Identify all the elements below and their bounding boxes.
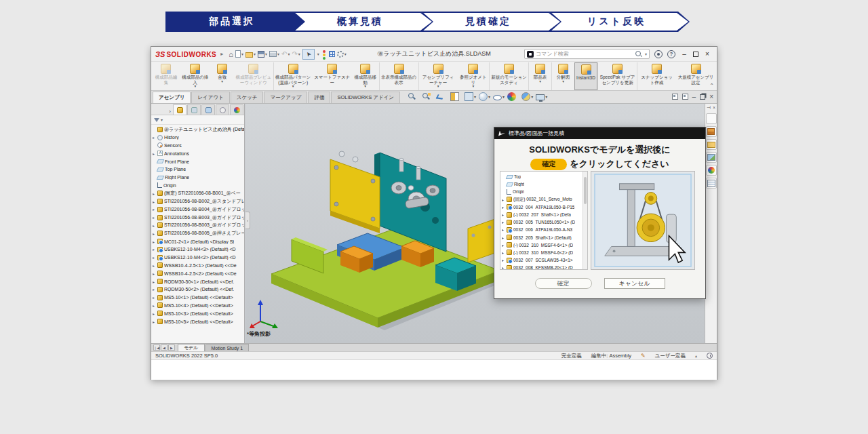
- tree-item[interactable]: ▸ Origin: [153, 182, 244, 190]
- dialog-tree-item[interactable]: ▸ 0032_008_KFSSM8-20<1> (D: [502, 264, 583, 269]
- command-button[interactable]: 構成部品移動 ▾: [352, 62, 379, 90]
- hud-icon-group[interactable]: ▾: [450, 92, 462, 101]
- expand-arrow-icon[interactable]: ▸: [153, 255, 157, 260]
- dropdown-caret-icon[interactable]: ▾: [292, 85, 294, 87]
- expand-arrow-icon[interactable]: ▸: [153, 151, 157, 156]
- close-document-icon[interactable]: ×: [709, 93, 713, 100]
- ribbon-tab[interactable]: スケッチ: [231, 92, 264, 103]
- tree-item[interactable]: ▸ Annotations: [153, 149, 244, 157]
- dialog-tree-scrollbar[interactable]: [583, 172, 587, 269]
- expand-arrow-icon[interactable]: ▸: [153, 135, 157, 140]
- next-tab-icon[interactable]: ▶: [168, 344, 175, 351]
- ribbon-tab[interactable]: マークアップ: [264, 92, 307, 103]
- new-document-button[interactable]: ▾: [235, 50, 243, 59]
- expand-arrow-icon[interactable]: ▸: [502, 212, 507, 217]
- tree-item[interactable]: ▸ STI2201056-08-B003_㊜ガイドブロッ: [153, 214, 244, 222]
- command-search-input[interactable]: コマンド検索 ▾: [524, 49, 650, 59]
- help-icon[interactable]: ?: [667, 50, 675, 58]
- expand-arrow-icon[interactable]: ▸: [153, 311, 157, 316]
- print-button[interactable]: ▾: [269, 50, 279, 59]
- selection-filter-button[interactable]: [321, 50, 327, 59]
- hud-icon-group[interactable]: ▾: [408, 92, 419, 101]
- options-button[interactable]: ▾: [337, 50, 347, 59]
- command-button[interactable]: SpeedPak サブアセンブリを更新 ▾: [597, 62, 637, 90]
- dialog-tree-item[interactable]: ▸ Top: [502, 173, 583, 180]
- expand-arrow-icon[interactable]: ▸: [153, 199, 157, 204]
- tree-collapse-handle[interactable]: ‹: [245, 212, 250, 229]
- command-button[interactable]: 非表示構成部品の表示 ▾: [379, 62, 418, 90]
- command-button[interactable]: 参照ジオメトリ ▾: [458, 62, 489, 90]
- tree-item[interactable]: ▸ WSSB10-4-2.5<1> (Default) <<De: [153, 262, 244, 270]
- tree-item[interactable]: ▸ MS5-10<5> (Default) <<Default>: [153, 317, 244, 326]
- ribbon-tab[interactable]: 評価: [308, 92, 330, 103]
- expand-arrow-icon[interactable]: ▸: [153, 247, 157, 252]
- dropdown-caret-icon[interactable]: ▾: [221, 80, 223, 83]
- expand-arrow-icon[interactable]: ▸: [502, 258, 507, 262]
- dropdown-caret-icon[interactable]: ▾: [161, 117, 163, 122]
- dropdown-caret-icon[interactable]: ▾: [474, 94, 476, 99]
- close-pane-icon[interactable]: ×: [713, 105, 715, 111]
- command-button[interactable]: スマートファスナー ▾: [313, 62, 352, 90]
- tree-item[interactable]: ▸ USBKS12-10-M4<3> (Default) <D: [153, 245, 244, 254]
- propertymanager-tab-icon[interactable]: [187, 104, 201, 115]
- dialog-tree-item[interactable]: ▸ (-) 0032_207_Shaft<1> (Defa: [502, 211, 583, 218]
- tree-item[interactable]: ▸ STI2201056-08-B002_㊜スタンドプレ: [153, 197, 244, 205]
- ribbon-tab[interactable]: アセンブリ: [153, 92, 191, 103]
- expand-arrow-icon[interactable]: ▸: [153, 215, 157, 220]
- dropdown-caret-icon[interactable]: ▾: [531, 94, 533, 99]
- dropdown-caret-icon[interactable]: ▾: [265, 52, 267, 56]
- redo-button[interactable]: ↷▾: [292, 50, 300, 59]
- restore-document-icon[interactable]: [700, 94, 705, 100]
- cancel-button[interactable]: キャンセル: [604, 278, 665, 289]
- undo-button[interactable]: ↶▾: [281, 50, 290, 59]
- dropdown-caret-icon[interactable]: ▾: [344, 52, 347, 56]
- apply-scene-icon[interactable]: [521, 92, 530, 101]
- featuremanager-tab-icon[interactable]: [173, 104, 186, 115]
- dialog-tree-item[interactable]: ▸ Right: [502, 180, 583, 188]
- dropdown-caret-icon[interactable]: ▾: [254, 52, 256, 56]
- design-library-icon[interactable]: [706, 126, 717, 137]
- units-caret-icon[interactable]: ▴: [695, 353, 697, 358]
- display-style-icon[interactable]: [479, 92, 488, 101]
- tree-item[interactable]: ▸ MS5-10<1> (Default) <<Default>: [153, 294, 244, 302]
- command-button[interactable]: 構成部品パターン(直線パターン) ▾: [273, 62, 313, 90]
- view-palette-icon[interactable]: [706, 152, 717, 163]
- hud-icon-group[interactable]: ▾: [536, 94, 547, 100]
- dropdown-caret-icon[interactable]: ▾: [194, 85, 196, 87]
- dialog-title-bar[interactable]: 標準品/図面品一括見積: [494, 127, 705, 139]
- dialog-tree-item[interactable]: ▸ 0032_007_SCSLAW35-43<1>: [502, 256, 583, 264]
- dropdown-caret-icon[interactable]: ▾: [645, 52, 647, 56]
- dropdown-caret-icon[interactable]: ▾: [472, 85, 474, 87]
- view-settings-icon[interactable]: [536, 94, 545, 100]
- collapse-ribbon-icon[interactable]: ⌃: [709, 83, 714, 89]
- command-button[interactable]: Instant3D ▾: [574, 62, 597, 90]
- expand-arrow-icon[interactable]: ▸: [502, 250, 507, 255]
- home-icon[interactable]: [706, 113, 717, 124]
- dropdown-caret-icon[interactable]: ▾: [277, 52, 279, 56]
- dropdown-caret-icon[interactable]: ▾: [488, 94, 490, 99]
- next-window-icon[interactable]: [682, 94, 688, 100]
- tree-item[interactable]: ▸ WSSB10-4-2.5<2> (Default) <<De: [153, 269, 244, 277]
- dropdown-caret-icon[interactable]: ▾: [364, 85, 366, 87]
- expand-arrow-icon[interactable]: ▸: [502, 205, 507, 210]
- command-button[interactable]: 部品表 ▾: [528, 62, 551, 90]
- expand-arrow-icon[interactable]: ▸: [153, 191, 157, 196]
- expand-arrow-icon[interactable]: ▸: [502, 197, 507, 202]
- open-button[interactable]: ▾: [245, 50, 256, 59]
- dialog-tree-item[interactable]: ▸ Origin: [502, 188, 583, 195]
- hud-icon-group[interactable]: ▾: [493, 94, 505, 100]
- model-tab[interactable]: モデル: [178, 344, 205, 351]
- pin-icon[interactable]: ⊣: [707, 105, 711, 111]
- display-pane-button[interactable]: [329, 50, 335, 59]
- tree-item[interactable]: ▸ STI2201056-08-B004_㊜ガイドブロッ: [153, 205, 244, 214]
- minimize-button[interactable]: –: [680, 50, 688, 58]
- tree-item[interactable]: ▸ RQDM30-50<2> (Default) <<Def.: [153, 285, 244, 294]
- edit-appearance-icon[interactable]: [507, 92, 516, 101]
- previous-window-icon[interactable]: [672, 94, 678, 100]
- tree-item[interactable]: ▸ MC01-2<1> (Default) <Display St: [153, 237, 244, 245]
- dialog-tree-item[interactable]: ▸ (固定) 0032_101_Servo_Moto: [502, 196, 583, 203]
- view-orientation-icon[interactable]: [465, 92, 473, 101]
- tree-item[interactable]: ▸ History: [153, 134, 244, 142]
- hide-show-items-icon[interactable]: [493, 95, 502, 100]
- tree-item[interactable]: ▸ Right Plane: [153, 174, 244, 182]
